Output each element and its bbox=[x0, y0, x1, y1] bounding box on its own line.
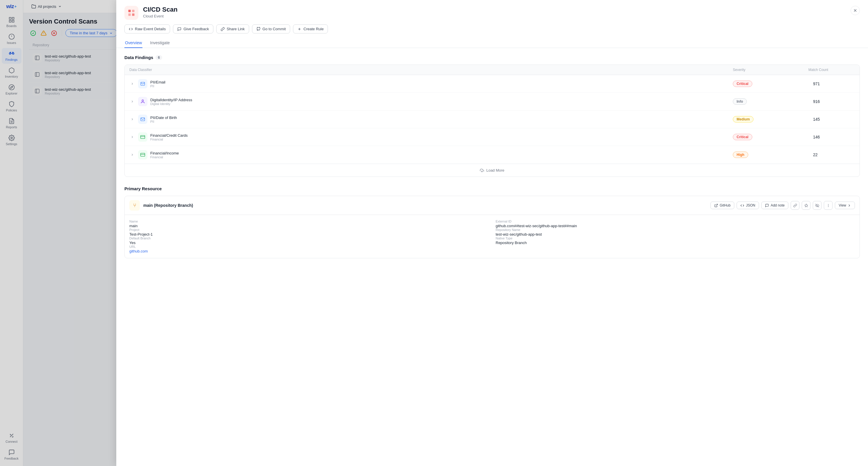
finding-icon-pii-dob bbox=[138, 115, 147, 124]
give-feedback-button[interactable]: Give Feedback bbox=[173, 24, 213, 33]
detail-url: URL github.com bbox=[129, 245, 489, 253]
match-count: 916 bbox=[808, 99, 855, 104]
svg-point-44 bbox=[828, 205, 829, 205]
share-link-label: Share Link bbox=[227, 27, 245, 31]
findings-row[interactable]: Financial/Credit Cards Financial Critica… bbox=[125, 128, 860, 146]
eye-off-icon-btn[interactable] bbox=[813, 201, 822, 210]
more-vertical-icon bbox=[827, 204, 830, 207]
severity-badge-medium: Medium bbox=[733, 116, 753, 122]
finding-category: Digital Identity bbox=[150, 102, 192, 106]
resource-card: ⑂ main (Repository Branch) GitHub JSON bbox=[124, 196, 860, 258]
chevron-right-icon bbox=[130, 82, 134, 86]
findings-row[interactable]: DigitalIdentity/IP Address Digital Ident… bbox=[125, 93, 860, 111]
detail-default-branch-value: Yes bbox=[129, 240, 489, 245]
resource-branch-icon: ⑂ bbox=[129, 200, 140, 211]
go-to-commit-label: Go to Commit bbox=[262, 27, 286, 31]
tab-investigate[interactable]: Investigate bbox=[149, 38, 170, 48]
panel-icon bbox=[124, 6, 138, 20]
finding-icon-financial-income bbox=[138, 150, 147, 159]
data-findings-count: 6 bbox=[156, 55, 162, 60]
finding-name-cell: PII/Date of Birth PII bbox=[129, 115, 733, 124]
comment-icon bbox=[765, 204, 769, 207]
resource-details: Name main Project Test-Project-1 Default… bbox=[125, 215, 860, 258]
findings-row[interactable]: PII/Date of Birth PII Medium 145 bbox=[125, 111, 860, 128]
svg-marker-41 bbox=[805, 204, 808, 207]
detail-default-branch: Default Branch Yes bbox=[129, 236, 489, 245]
resource-name: main (Repository Branch) bbox=[143, 203, 193, 208]
detail-name: Name main bbox=[129, 220, 489, 228]
view-button[interactable]: View bbox=[835, 202, 855, 209]
finding-category: PII bbox=[150, 84, 165, 88]
svg-rect-25 bbox=[132, 10, 134, 12]
load-more-label: Load More bbox=[486, 168, 504, 173]
severity-cell: Medium bbox=[733, 116, 808, 122]
chevron-right-icon bbox=[130, 153, 134, 156]
data-findings-section-title: Data Findings 6 bbox=[124, 55, 860, 60]
col-match-count: Match Count bbox=[808, 68, 855, 72]
tab-overview[interactable]: Overview bbox=[124, 38, 143, 48]
json-button[interactable]: JSON bbox=[737, 202, 759, 209]
severity-cell: Info bbox=[733, 98, 808, 105]
findings-row[interactable]: PII/Email PII Critical 971 bbox=[125, 75, 860, 93]
finding-name: PII/Email bbox=[150, 80, 165, 84]
match-count: 146 bbox=[808, 135, 855, 139]
expand-button[interactable] bbox=[129, 98, 135, 105]
finding-icon-digital-identity bbox=[138, 97, 147, 106]
star-icon bbox=[804, 204, 808, 207]
findings-table: Data Classifier Severity Match Count PII… bbox=[124, 65, 860, 177]
link-icon bbox=[793, 204, 797, 207]
match-count: 22 bbox=[808, 152, 855, 157]
plus-icon bbox=[298, 27, 302, 31]
severity-badge-critical: Critical bbox=[733, 134, 752, 140]
code-icon bbox=[740, 204, 744, 207]
svg-rect-34 bbox=[141, 118, 145, 121]
expand-button[interactable] bbox=[129, 152, 135, 158]
panel-title-text: CI/CD Scan Cloud Event bbox=[143, 6, 178, 18]
create-rule-button[interactable]: Create Rule bbox=[293, 24, 328, 33]
go-to-commit-button[interactable]: Go to Commit bbox=[252, 24, 290, 33]
more-options-btn[interactable] bbox=[824, 201, 833, 210]
panel-subtitle: Cloud Event bbox=[143, 14, 178, 18]
svg-rect-26 bbox=[128, 13, 131, 16]
load-more-row[interactable]: Load More bbox=[125, 164, 860, 177]
link-icon bbox=[221, 27, 225, 31]
star-icon-btn[interactable] bbox=[802, 201, 810, 210]
primary-resource-section-title: Primary Resource bbox=[124, 186, 860, 191]
finding-name-cell: Financial/Income Financial bbox=[129, 150, 733, 159]
match-count: 971 bbox=[808, 82, 855, 86]
findings-row[interactable]: Financial/Income Financial High 22 bbox=[125, 146, 860, 164]
chevron-right-icon bbox=[130, 118, 134, 121]
detail-panel: CI/CD Scan Cloud Event Raw Event Details… bbox=[116, 0, 868, 466]
detail-url-value[interactable]: github.com bbox=[129, 249, 489, 253]
expand-button[interactable] bbox=[129, 134, 135, 140]
github-button[interactable]: GitHub bbox=[710, 202, 734, 209]
finding-category: PII bbox=[150, 120, 177, 123]
action-buttons: Raw Event Details Give Feedback Share Li… bbox=[124, 24, 860, 33]
chat-bubble-icon bbox=[177, 27, 181, 31]
findings-table-header: Data Classifier Severity Match Count bbox=[125, 65, 860, 75]
raw-event-button[interactable]: Raw Event Details bbox=[124, 24, 170, 33]
share-link-button[interactable]: Share Link bbox=[216, 24, 249, 33]
detail-repo-name-label: Repository Name bbox=[496, 228, 855, 232]
link-icon-btn[interactable] bbox=[791, 201, 799, 210]
expand-button[interactable] bbox=[129, 81, 135, 87]
add-note-button[interactable]: Add note bbox=[761, 202, 788, 209]
finding-category: Financial bbox=[150, 155, 179, 159]
eye-off-icon bbox=[815, 204, 819, 207]
github-icon bbox=[256, 27, 260, 31]
give-feedback-label: Give Feedback bbox=[183, 27, 209, 31]
close-button[interactable] bbox=[850, 6, 860, 15]
expand-button[interactable] bbox=[129, 116, 135, 122]
svg-rect-37 bbox=[141, 153, 145, 156]
severity-badge-high: High bbox=[733, 151, 748, 158]
raw-event-label: Raw Event Details bbox=[135, 27, 166, 31]
detail-external-id-label: External ID bbox=[496, 220, 855, 223]
panel-tabs: Overview Investigate bbox=[124, 38, 860, 48]
scan-icon bbox=[127, 9, 135, 17]
chevron-right-icon bbox=[130, 135, 134, 139]
severity-cell: High bbox=[733, 151, 808, 158]
finding-category: Financial bbox=[150, 138, 188, 141]
finding-name-cell: DigitalIdentity/IP Address Digital Ident… bbox=[129, 97, 733, 106]
finding-name: DigitalIdentity/IP Address bbox=[150, 98, 192, 102]
external-link-icon bbox=[714, 204, 718, 207]
